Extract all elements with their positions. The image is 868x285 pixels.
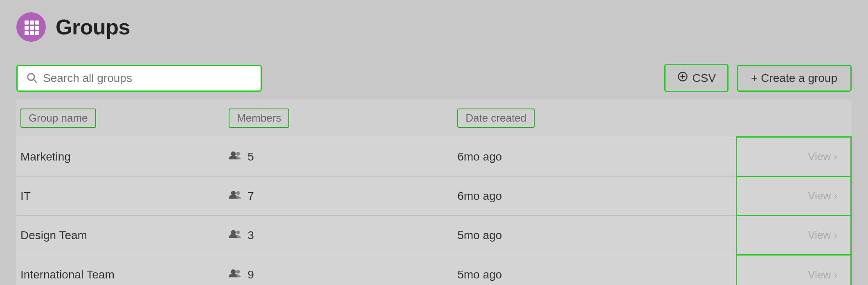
view-link[interactable]: View › [744, 229, 844, 242]
table-row[interactable]: Design Team 3 5mo ago View › [16, 216, 851, 255]
svg-rect-2 [35, 20, 39, 25]
svg-point-15 [236, 152, 240, 156]
table-header-row: Group name Members Date created [16, 100, 851, 137]
svg-line-10 [34, 79, 36, 82]
cell-members: 3 [222, 216, 451, 255]
svg-point-19 [236, 231, 240, 234]
col-header-date: Date created [451, 100, 737, 137]
group-name-header-label: Group name [20, 109, 96, 128]
cell-date: 6mo ago [451, 176, 737, 216]
members-header-label: Members [229, 109, 289, 128]
cell-members: 5 [222, 137, 451, 176]
cell-group-name: International Team [16, 255, 222, 285]
col-header-group-name: Group name [16, 100, 222, 137]
csv-label: CSV [693, 72, 716, 85]
member-count: 3 [247, 229, 254, 242]
groups-table: Group name Members Date created Marketin… [16, 100, 852, 285]
view-link[interactable]: View › [744, 150, 844, 163]
csv-button[interactable]: CSV [664, 64, 729, 92]
table-row[interactable]: IT 7 6mo ago View › [16, 176, 851, 216]
svg-point-17 [236, 191, 240, 195]
create-group-label: + Create a group [751, 72, 837, 85]
cell-date: 6mo ago [451, 137, 737, 176]
svg-point-21 [236, 270, 240, 274]
search-input-container[interactable] [16, 65, 262, 92]
cell-view[interactable]: View › [737, 255, 851, 285]
page-title: Groups [56, 15, 130, 39]
svg-rect-1 [30, 20, 34, 25]
svg-rect-7 [30, 31, 34, 35]
members-icon [229, 267, 242, 282]
csv-icon [677, 71, 688, 85]
create-group-button[interactable]: + Create a group [737, 65, 852, 92]
svg-rect-6 [25, 31, 29, 35]
table-row[interactable]: International Team 9 5mo ago [16, 255, 851, 285]
cell-members: 9 [222, 255, 451, 285]
app-icon [16, 12, 46, 42]
member-count: 7 [247, 190, 254, 203]
cell-members: 7 [222, 176, 451, 216]
page-container: Groups [0, 0, 868, 285]
members-icon [229, 228, 242, 242]
cell-group-name: Design Team [16, 216, 222, 255]
members-icon [229, 189, 242, 203]
cell-date: 5mo ago [451, 216, 737, 255]
svg-rect-8 [35, 31, 39, 35]
col-header-action [737, 100, 851, 137]
cell-group-name: Marketing [16, 137, 222, 176]
table-row[interactable]: Marketing 5 6mo ago View › [16, 137, 851, 176]
search-icon [26, 72, 37, 85]
svg-rect-3 [25, 26, 29, 30]
svg-rect-0 [25, 20, 29, 25]
date-header-label: Date created [457, 109, 535, 128]
member-count: 5 [247, 150, 254, 163]
cell-view[interactable]: View › [737, 176, 851, 216]
view-link[interactable]: View › [744, 190, 844, 202]
search-input[interactable] [43, 72, 252, 85]
toolbar-actions: CSV + Create a group [664, 64, 852, 92]
cell-date: 5mo ago [451, 255, 737, 285]
toolbar: CSV + Create a group [16, 57, 852, 100]
cell-group-name: IT [16, 176, 222, 216]
cell-view[interactable]: View › [737, 216, 851, 255]
search-wrapper [16, 65, 262, 92]
member-count: 9 [247, 268, 254, 281]
svg-rect-5 [35, 26, 39, 30]
svg-rect-4 [30, 26, 34, 30]
cell-view[interactable]: View › [737, 137, 851, 176]
col-header-members: Members [222, 100, 451, 137]
members-icon [229, 149, 242, 164]
view-link[interactable]: View › [744, 269, 844, 281]
page-header: Groups [16, 12, 852, 42]
table-wrapper: Group name Members Date created Marketin… [16, 100, 852, 285]
